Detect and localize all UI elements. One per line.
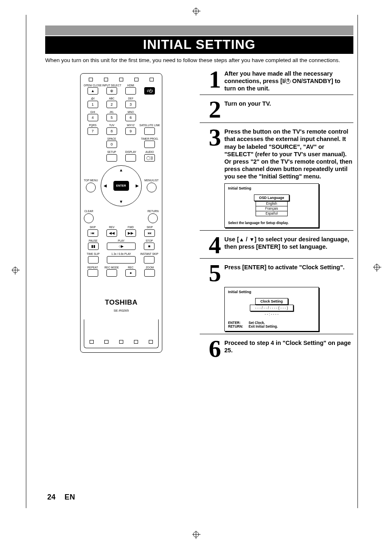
step-1: 1 After you have made all the necessary … — [200, 69, 353, 92]
up-arrow-icon: ▲ — [239, 236, 244, 243]
osd-footer-text: Select the language for Setup display. — [228, 221, 315, 225]
timer-prog-label: TIMER PROG. — [141, 138, 159, 141]
step-6: 6 Proceed to step 4 in "Clock Setting" o… — [200, 338, 353, 359]
step-6-text: Proceed to step 4 in "Clock Setting" on … — [224, 338, 353, 359]
audio-button[interactable]: ◯)) — [144, 154, 155, 162]
speed-play-button[interactable] — [107, 256, 136, 264]
menu-list-label: MENU/LIST — [144, 179, 159, 182]
rev-button[interactable]: ◀◀ — [106, 229, 117, 237]
top-menu-button[interactable] — [86, 183, 96, 192]
page-number: 24EN — [47, 493, 75, 502]
step-3-text: Press the button on the TV's remote cont… — [224, 127, 353, 180]
step-1-text: After you have made all the necessary co… — [224, 69, 353, 92]
step-4-number: 4 — [200, 235, 221, 256]
model-number: SE-R0265 — [84, 309, 159, 312]
repeat-button[interactable] — [88, 269, 98, 277]
power-button[interactable]: I/⏻ — [144, 87, 155, 95]
step-3: 3 Press the button on the TV's remote co… — [200, 127, 353, 180]
registration-mark-bottom — [193, 532, 199, 539]
osd-initial-setting-language: Initial Setting OSD Language English Fra… — [224, 183, 319, 228]
input-select-label: INPUT SELECT — [102, 84, 121, 87]
dpad: ▲ ▼ ◀ ▶ ENTER — [101, 165, 142, 206]
key-6[interactable]: 6 — [125, 114, 136, 121]
step-4: 4 Use [▲ / ▼] to select your desired lan… — [200, 235, 353, 256]
osd-clock-date: - - - / - - / - - - - ( - - - ) — [250, 305, 293, 311]
timeslip-button[interactable] — [88, 256, 99, 264]
key-8[interactable]: 8 — [106, 127, 117, 135]
key-2[interactable]: 2 — [106, 101, 117, 108]
brand-logo: TOSHIBA — [84, 298, 159, 307]
play-button[interactable]: ○ ▶ — [107, 243, 136, 250]
input-select-button[interactable]: ⊕ — [106, 87, 117, 95]
pause-button[interactable]: ▮▮ — [88, 243, 99, 250]
power-icon — [286, 79, 291, 84]
dpad-left-icon[interactable]: ◀ — [104, 183, 107, 188]
key-7[interactable]: 7 — [88, 127, 98, 135]
step-4-text: Use [▲ / ▼] to select your desired langu… — [224, 235, 353, 256]
zoom-button[interactable] — [144, 269, 155, 277]
step-5: 5 Press [ENTER] to activate "Clock Setti… — [200, 263, 353, 284]
clear-label: CLEAR — [84, 210, 93, 213]
registration-mark-top — [193, 8, 199, 15]
key-9[interactable]: 9 — [125, 127, 136, 135]
remote-diagram: OPEN/ CLOSE▲ INPUT SELECT⊕ HDMI I/⏻ .@/:… — [80, 73, 162, 353]
step-5-text: Press [ENTER] to activate "Clock Setting… — [224, 263, 345, 284]
fwd-button[interactable]: ▶▶ — [125, 229, 136, 237]
menu-list-button[interactable] — [147, 183, 157, 192]
hdmi-button[interactable] — [125, 87, 136, 95]
step-6-number: 6 — [200, 338, 221, 359]
clear-button[interactable] — [84, 213, 94, 223]
key-1[interactable]: 1 — [88, 101, 98, 108]
instant-skip-button[interactable] — [144, 256, 154, 264]
down-arrow-icon: ▼ — [249, 236, 254, 243]
osd-initial-setting-clock: Initial Setting Clock Setting - - - / - … — [224, 287, 319, 331]
divider — [200, 95, 353, 95]
hdmi-label: HDMI — [127, 84, 134, 87]
setup-button[interactable] — [106, 154, 117, 162]
osd-clock-header: Clock Setting — [255, 298, 288, 305]
dpad-down-icon[interactable]: ▼ — [119, 199, 123, 204]
step-1-number: 1 — [200, 69, 221, 92]
stop-button[interactable]: ■ — [144, 243, 154, 250]
timeslip-label: TIME SLIP — [87, 253, 99, 256]
return-label: RETURN — [148, 210, 159, 213]
enter-button[interactable]: ENTER — [113, 181, 129, 191]
skip-back-button[interactable]: ⏮ — [88, 229, 98, 237]
dpad-right-icon[interactable]: ▶ — [136, 183, 139, 188]
header-gray-bar — [45, 25, 353, 35]
step-2-number: 2 — [200, 99, 221, 120]
display-button[interactable] — [125, 154, 136, 162]
top-menu-label: TOP MENU — [84, 179, 98, 182]
divider — [200, 123, 353, 123]
osd-title: Initial Setting — [228, 290, 315, 294]
step-2: 2 Turn on your TV. — [200, 99, 353, 120]
divider — [200, 334, 353, 334]
rec-button[interactable]: ● — [125, 269, 136, 277]
key-0[interactable]: 0 — [106, 141, 117, 148]
step-5-number: 5 — [200, 263, 221, 284]
open-close-button[interactable]: ▲ — [88, 87, 98, 95]
key-4[interactable]: 4 — [88, 114, 98, 121]
osd-option-francais[interactable]: Français — [256, 206, 288, 211]
divider — [200, 230, 353, 231]
satellite-link-label: SATELLITE LINK — [139, 124, 160, 127]
rec-mode-button[interactable] — [106, 269, 117, 277]
open-close-label: OPEN/ CLOSE — [84, 84, 102, 87]
satellite-link-button[interactable] — [144, 127, 155, 135]
step-2-text: Turn on your TV. — [224, 99, 271, 120]
divider — [200, 258, 353, 259]
step-3-number: 3 — [200, 127, 221, 180]
osd-footer: ENTER:Set Clock. RETURN:Exit Initial Set… — [228, 321, 315, 328]
osd-title: Initial Setting — [228, 186, 315, 190]
skip-fwd-button[interactable]: ⏭ — [144, 229, 155, 237]
instant-skip-label: INSTANT SKIP — [140, 253, 158, 256]
osd-option-english[interactable]: English — [256, 201, 288, 206]
osd-clock-time: - - : - - - - — [265, 312, 279, 316]
registration-mark-left — [12, 267, 18, 274]
timer-prog-button[interactable] — [144, 141, 155, 148]
key-5[interactable]: 5 — [106, 114, 117, 121]
osd-option-espanol[interactable]: Español — [256, 211, 288, 216]
key-3[interactable]: 3 — [125, 101, 136, 108]
dpad-up-icon[interactable]: ▲ — [119, 168, 123, 172]
return-button[interactable] — [148, 213, 158, 223]
